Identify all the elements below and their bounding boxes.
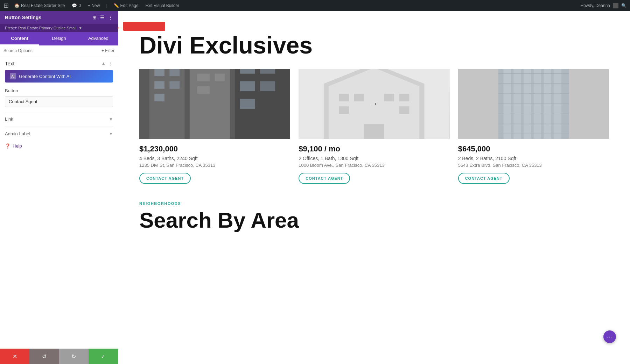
svg-rect-15 [260,81,275,91]
card-image: → [299,69,449,139]
svg-rect-12 [240,69,255,74]
panel-search: + Filter [0,45,118,56]
card-image [139,69,290,139]
filter-button[interactable]: + Filter [102,48,114,53]
listings-heading: Divi Exclusives [139,32,609,58]
contact-agent-button[interactable]: CONTACT AGENT [299,173,350,184]
link-section: Link ▼ [5,112,113,122]
edit-page-link[interactable]: ✏️ Edit Page [112,3,140,8]
property-card: → $9,100 / mo 2 Offices, 1 Bath, 1300 Sq… [299,69,449,184]
listings-tag: LISTINGS [139,25,609,29]
neighborhoods-tag: NEIGHBORHOODS [139,201,609,206]
admin-label-title: Admin Label [5,131,30,136]
panel-tabs: Content Design Advanced [0,32,118,45]
text-section-title: Text [5,60,15,66]
ai-generate-button[interactable]: AI Generate Content With AI [5,70,113,83]
contact-agent-button[interactable]: CONTACT AGENT [139,173,191,184]
arrow-icon: → [370,99,378,108]
admin-bar-new[interactable]: + New [86,3,101,8]
content-area: LISTINGS Divi Exclusives [118,11,630,364]
svg-rect-11 [215,74,225,81]
chevron-down-icon: ▼ [78,26,82,30]
ai-icon: AI [10,73,16,79]
redo-button[interactable]: ↻ [59,349,89,364]
link-section-title: Link [5,116,13,122]
svg-rect-8 [169,81,180,89]
admin-bar-site-name[interactable]: 🏠 Real Estate Starter Site [13,3,66,8]
card-price: $9,100 / mo [299,144,449,154]
purple-dot-menu[interactable]: ⋯ [603,330,616,343]
property-card: $645,000 2 Beds, 2 Baths, 2100 Sqft 5643… [458,69,609,184]
svg-rect-22 [354,94,364,101]
link-section-header[interactable]: Link ▼ [5,116,113,122]
section-more-icon[interactable]: ⋮ [108,61,113,66]
tab-advanced[interactable]: Advanced [79,32,118,45]
admin-label-section: Admin Label ▼ [5,127,113,136]
panel-header: Button Settings ⊞ ☰ ⋮ [0,11,118,24]
neighborhoods-section: NEIGHBORHOODS Search By Area [139,201,609,232]
card-details: 2 Beds, 2 Baths, 2100 Sqft [458,156,609,161]
save-button[interactable]: ✓ [89,349,118,364]
svg-rect-1 [149,69,185,139]
collapse-icon[interactable]: ▲ [101,61,106,66]
search-icon[interactable]: 🔍 [621,3,626,8]
more-icon[interactable]: ⋮ [108,15,113,20]
admin-bar: ⊞ 🏠 Real Estate Starter Site 💬 0 + New |… [0,0,630,11]
svg-rect-21 [339,94,349,101]
svg-rect-7 [169,69,180,76]
svg-rect-9 [197,74,210,81]
svg-rect-24 [399,94,410,101]
admin-label-section-header[interactable]: Admin Label ▼ [5,131,113,136]
svg-rect-6 [154,94,164,101]
preset-bar: Preset: Real Estate Primary Outline Smal… [0,24,118,32]
svg-rect-4 [154,69,164,76]
settings-icon[interactable]: ⊞ [92,15,97,20]
avatar [613,3,618,8]
card-image [458,69,609,139]
building-image-dark [139,69,290,139]
svg-rect-20 [364,124,384,138]
svg-rect-26 [399,106,410,114]
grid-icon[interactable]: ☰ [100,15,105,20]
help-link[interactable]: ❓ Help [5,143,113,149]
card-price: $645,000 [458,144,609,154]
svg-rect-13 [260,69,275,74]
neighborhoods-heading: Search By Area [139,208,609,232]
button-section-label: Button [5,88,113,93]
card-address: 1000 Bloom Ave., San Fracisco, CA 35313 [299,163,449,168]
wp-icon[interactable]: ⊞ [4,2,9,9]
exit-builder-link[interactable]: Exit Visual Builder [144,3,181,8]
panel-title: Button Settings [5,15,41,20]
button-text-input[interactable] [5,96,113,107]
svg-rect-10 [197,86,210,94]
panel-content: Text ▲ ⋮ AI Generate Content With AI But… [0,56,118,349]
chevron-down-icon-2: ▼ [109,131,113,136]
card-address: 5643 Extra Blvd, San Fracisco, CA 35313 [458,163,609,168]
tab-content[interactable]: Content [0,32,39,45]
left-panel: Button Settings ⊞ ☰ ⋮ Preset: Real Estat… [0,11,118,364]
search-input[interactable] [4,48,99,53]
preset-label: Preset: Real Estate Primary Outline Smal… [5,26,76,30]
card-address: 1235 Divi St, San Fracisco, CA 35313 [139,163,290,168]
svg-rect-14 [240,81,255,91]
tab-design[interactable]: Design [39,32,78,45]
text-section-header: Text ▲ ⋮ [5,60,113,66]
card-details: 2 Offices, 1 Bath, 1300 Sqft [299,156,449,161]
card-details: 4 Beds, 3 Baths, 2240 Sqft [139,156,290,161]
svg-rect-16 [240,99,255,109]
question-icon: ❓ [5,143,10,149]
cards-grid: $1,230,000 4 Beds, 3 Baths, 2240 Sqft 12… [139,69,609,184]
property-card: $1,230,000 4 Beds, 3 Baths, 2240 Sqft 12… [139,69,290,184]
cancel-button[interactable]: ✕ [0,349,29,364]
svg-rect-5 [154,81,164,89]
panel-bottom-bar: ✕ ↺ ↻ ✓ [0,349,118,364]
chevron-down-icon: ▼ [109,117,113,122]
svg-rect-23 [384,94,394,101]
undo-button[interactable]: ↺ [29,349,59,364]
howdy-label: Howdy, Deanna [581,3,610,8]
svg-rect-25 [339,106,349,114]
admin-bar-comments[interactable]: 💬 0 [70,3,82,8]
card-price: $1,230,000 [139,144,290,154]
contact-agent-button[interactable]: CONTACT AGENT [458,173,510,184]
